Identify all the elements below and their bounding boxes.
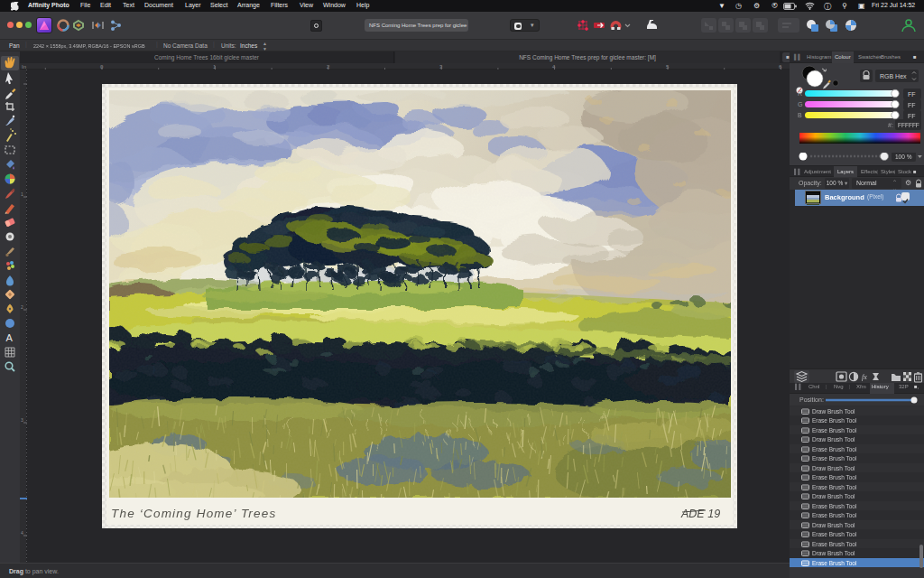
svg-text:A: A [6,332,14,343]
svg-text:FF: FF [908,102,916,108]
svg-text:#:: #: [888,122,893,128]
svg-text:ADE 19: ADE 19 [680,508,720,520]
svg-text:B: B [798,112,802,118]
svg-text:FF: FF [908,91,916,98]
svg-text:4: 4 [21,530,23,536]
svg-text:100 %: 100 % [895,154,912,160]
svg-text:FF: FF [908,113,916,119]
svg-text:fx: fx [862,373,867,381]
svg-text:3: 3 [21,417,23,423]
svg-text:The ‘Coming Home’ Trees: The ‘Coming Home’ Trees [111,507,276,520]
svg-text:R: R [798,90,802,97]
svg-text:RGB Hex: RGB Hex [880,73,907,79]
svg-text:FFFFFF: FFFFFF [898,122,919,128]
svg-text:G: G [798,101,802,107]
svg-text:2: 2 [21,304,23,310]
svg-text:1: 1 [21,191,23,197]
